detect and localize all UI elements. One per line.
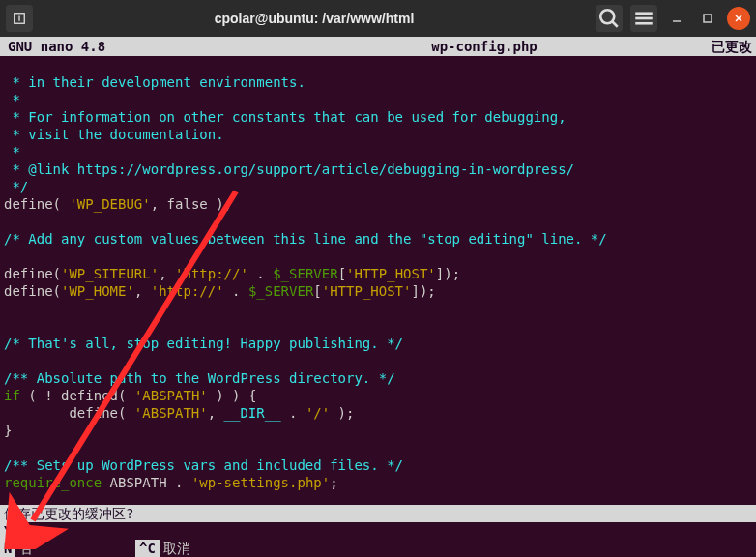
svg-line-3 xyxy=(613,22,618,27)
window-title: cpolar@ubuntu: /var/www/html xyxy=(41,11,588,26)
key-y: Y xyxy=(0,522,15,540)
code-line: * visit the documentation. xyxy=(4,127,224,142)
code-line: } xyxy=(4,423,12,438)
nano-status: 已更改 xyxy=(679,37,756,56)
code-line: define('WP_HOME', 'http://' . $_SERVER['… xyxy=(4,283,436,299)
prompt-cancel-option[interactable]: ^C 取消 xyxy=(135,540,271,557)
svg-point-2 xyxy=(600,10,614,23)
label-yes: 是 xyxy=(15,522,41,540)
prompt-question: 保存已更改的缓冲区? xyxy=(0,505,133,522)
label-no: 否 xyxy=(15,540,41,557)
key-cancel: ^C xyxy=(135,540,160,557)
code-line: * For information on other constants tha… xyxy=(4,109,567,125)
code-line: */ xyxy=(4,179,28,194)
menu-button[interactable] xyxy=(630,5,657,32)
code-line: * xyxy=(4,144,20,160)
prompt-no-option[interactable]: N 否 xyxy=(0,540,135,557)
terminal-window: cpolar@ubuntu: /var/www/html GNU nano 4.… xyxy=(0,0,756,557)
code-line: /** Absolute path to the WordPress direc… xyxy=(4,370,395,386)
code-line: define( 'WP_DEBUG', false ); xyxy=(4,196,232,212)
search-button[interactable] xyxy=(596,5,623,32)
new-tab-button[interactable] xyxy=(6,5,33,32)
nano-header: GNU nano 4.8 wp-config.php 已更改 xyxy=(0,37,756,56)
prompt-yes-option[interactable]: Y 是 xyxy=(0,522,135,540)
code-line: /* That's all, stop editing! Happy publi… xyxy=(4,336,403,351)
minimize-button[interactable] xyxy=(665,7,688,30)
nano-filename: wp-config.php xyxy=(431,37,538,56)
nano-prompt: 保存已更改的缓冲区? Y 是 N 否 ^C 取消 xyxy=(0,505,756,557)
maximize-button[interactable] xyxy=(696,7,719,30)
editor-area[interactable]: * in their development environments. * *… xyxy=(0,56,756,505)
svg-rect-8 xyxy=(704,15,712,22)
code-line: /** Sets up WordPress vars and included … xyxy=(4,457,403,473)
code-line: define('WP_SITEURL', 'http://' . $_SERVE… xyxy=(4,266,460,281)
code-line: if ( ! defined( 'ABSPATH' ) ) { xyxy=(4,388,256,403)
code-line: require_once ABSPATH . 'wp-settings.php'… xyxy=(4,475,338,490)
code-line: define( 'ABSPATH', __DIR__ . '/' ); xyxy=(4,405,354,421)
code-line: * in their development environments. xyxy=(4,74,305,90)
nano-version: GNU nano 4.8 xyxy=(0,37,290,56)
code-line: /* Add any custom values between this li… xyxy=(4,231,607,247)
titlebar: cpolar@ubuntu: /var/www/html xyxy=(0,0,756,37)
key-n: N xyxy=(0,540,15,557)
code-line: * @link https://wordpress.org/support/ar… xyxy=(4,161,574,177)
label-cancel: 取消 xyxy=(160,540,198,557)
close-button[interactable] xyxy=(727,7,750,30)
code-line: * xyxy=(4,92,20,107)
